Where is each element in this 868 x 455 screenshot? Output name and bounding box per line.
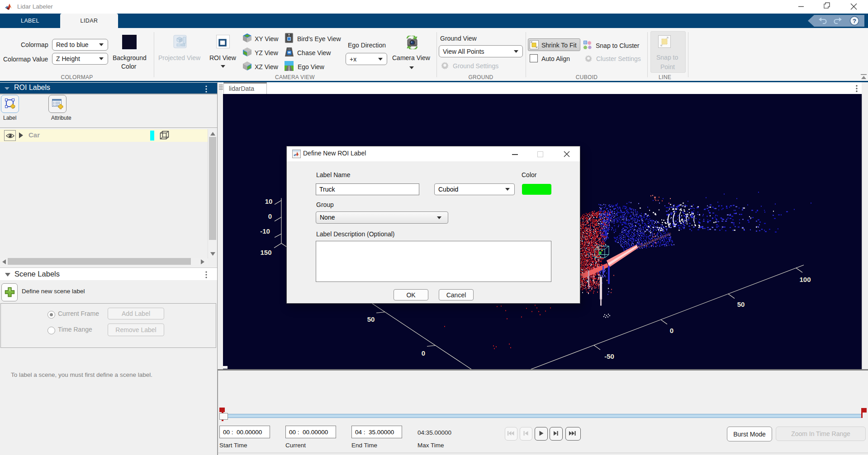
svg-text:?: ? [853,18,856,24]
